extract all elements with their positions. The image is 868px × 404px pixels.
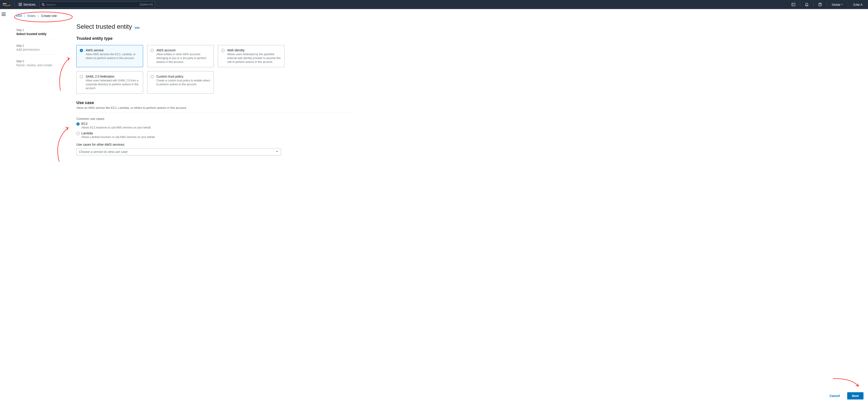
radio-icon [80, 49, 83, 52]
entity-title: AWS service [86, 49, 140, 52]
wizard-step-3: Step 3 Name, review, and create [16, 58, 59, 70]
entity-title: Custom trust policy [156, 75, 211, 78]
services-label: Services [23, 3, 35, 6]
search-box[interactable]: [Option+S] [39, 1, 155, 8]
user-label: Zufar A [853, 3, 863, 6]
divider [76, 113, 355, 113]
hamburger-icon [2, 13, 6, 16]
entity-desc: Allow users federated with SAML 2.0 from… [86, 79, 140, 90]
radio-icon [151, 49, 154, 52]
region-label: Global [832, 3, 840, 6]
annotation-arrow [832, 377, 861, 391]
page-title: Select trusted entity [76, 23, 132, 30]
account-menu[interactable]: Zufar A [850, 3, 865, 6]
wizard-step-1[interactable]: Step 1 Select trusted entity [16, 27, 59, 39]
entity-desc: Allow AWS services like EC2, Lambda, or … [86, 53, 140, 60]
use-case-lambda[interactable]: Lambda Allows Lambda functions to call A… [76, 132, 355, 139]
caret-down-icon [276, 150, 278, 153]
breadcrumb-roles[interactable]: Roles [28, 14, 36, 18]
nav-divider [848, 2, 848, 7]
bell-icon [805, 2, 809, 6]
nav-divider [800, 2, 800, 7]
svg-rect-7 [19, 5, 20, 6]
svg-rect-2 [20, 3, 21, 4]
breadcrumb: IAM › Roles › Create role [7, 9, 868, 19]
use-case-title: EC2 [81, 122, 88, 125]
step-title: Add permissions [16, 48, 59, 51]
use-case-ec2[interactable]: EC2 Allows EC2 instances to call AWS ser… [76, 122, 355, 129]
entity-desc: Allow entities in other AWS accounts bel… [156, 53, 211, 64]
other-services-label: Use cases for other AWS services: [76, 143, 355, 146]
step-title: Select trusted entity [16, 32, 59, 36]
entity-saml-federation[interactable]: SAML 2.0 federation Allow users federate… [76, 71, 143, 93]
entity-title: AWS account [156, 49, 211, 52]
cloudshell-button[interactable] [789, 0, 798, 9]
trusted-entity-grid: AWS service Allow AWS services like EC2,… [76, 45, 355, 94]
svg-rect-4 [19, 4, 20, 5]
chevron-right-icon: › [38, 14, 39, 18]
grid-icon [19, 3, 22, 6]
notifications-button[interactable] [802, 0, 811, 9]
radio-icon [80, 75, 83, 78]
search-input[interactable] [46, 3, 140, 6]
radio-icon [151, 75, 154, 78]
side-nav-toggle[interactable] [2, 13, 6, 404]
step-number: Step 3 [16, 60, 59, 63]
entity-aws-service[interactable]: AWS service Allow AWS services like EC2,… [76, 45, 143, 67]
wizard-step-2: Step 2 Add permissions [16, 42, 59, 55]
select-placeholder: Choose a service to view use case [79, 150, 128, 153]
svg-rect-3 [21, 3, 22, 4]
cloudshell-icon [792, 2, 796, 6]
svg-rect-12 [792, 3, 795, 6]
services-menu-button[interactable]: Services [17, 3, 37, 6]
info-link[interactable]: Info [135, 26, 140, 29]
chevron-right-icon: › [24, 14, 25, 18]
wizard-footer: Cancel Next [825, 392, 864, 400]
use-case-heading: Use case [76, 100, 355, 105]
search-shortcut: [Option+S] [140, 3, 153, 6]
svg-text:aws: aws [3, 2, 6, 5]
caret-down-icon [841, 4, 843, 5]
step-number: Step 2 [16, 44, 59, 47]
entity-title: SAML 2.0 federation [86, 75, 140, 78]
top-nav: aws Services [Option+S] [0, 0, 868, 9]
service-select[interactable]: Choose a service to view use case [76, 148, 281, 155]
aws-logo[interactable]: aws [3, 2, 11, 7]
radio-icon [221, 49, 224, 52]
entity-custom-trust-policy[interactable]: Custom trust policy Create a custom trus… [147, 71, 214, 93]
svg-line-11 [43, 5, 44, 6]
svg-point-14 [820, 5, 820, 6]
nav-divider [827, 2, 827, 7]
svg-rect-9 [21, 5, 22, 6]
breadcrumb-current: Create role [41, 14, 57, 18]
svg-rect-5 [20, 4, 21, 5]
breadcrumb-iam[interactable]: IAM [16, 14, 22, 18]
nav-divider [14, 2, 15, 7]
search-icon [41, 3, 45, 6]
svg-rect-8 [20, 5, 21, 6]
entity-desc: Create a custom trust policy to enable o… [156, 79, 211, 86]
svg-rect-6 [21, 4, 22, 5]
use-case-desc: Allows EC2 instances to call AWS service… [81, 126, 151, 129]
use-case-desc: Allows Lambda functions to call AWS serv… [81, 136, 155, 139]
entity-desc: Allows users federated by the specified … [227, 53, 281, 64]
step-title: Name, review, and create [16, 63, 59, 67]
entity-aws-account[interactable]: AWS account Allow entities in other AWS … [147, 45, 214, 67]
next-button[interactable]: Next [847, 392, 864, 400]
region-selector[interactable]: Global [829, 3, 846, 6]
entity-web-identity[interactable]: Web identity Allows users federated by t… [218, 45, 285, 67]
common-use-cases-label: Common use cases [76, 117, 355, 121]
use-case-title: Lambda [81, 132, 93, 135]
svg-point-10 [42, 3, 44, 5]
step-number: Step 1 [16, 29, 59, 32]
entity-type-heading: Trusted entity type [76, 36, 355, 41]
help-icon [818, 2, 822, 6]
svg-rect-1 [19, 3, 20, 4]
cancel-button[interactable]: Cancel [825, 392, 844, 400]
use-case-subtext: Allow an AWS service like EC2, Lambda, o… [76, 106, 355, 110]
radio-icon [76, 132, 80, 135]
entity-title: Web identity [227, 49, 281, 52]
help-button[interactable] [816, 0, 825, 9]
radio-icon [76, 122, 80, 125]
wizard-steps: Step 1 Select trusted entity Step 2 Add … [16, 20, 68, 155]
